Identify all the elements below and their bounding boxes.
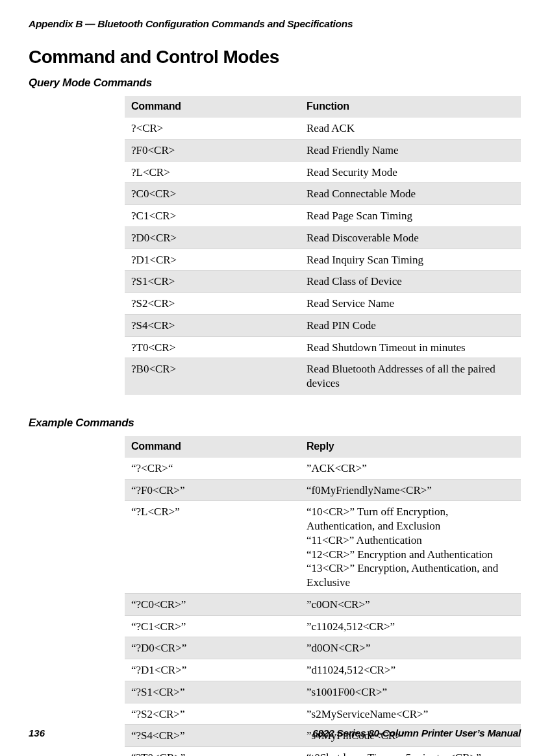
cell-function: Read Shutdown Timeout in minutes [300, 336, 521, 358]
table-row: ?T0<CR>Read Shutdown Timeout in minutes [125, 336, 521, 358]
cell-function: Read Connectable Mode [300, 183, 521, 205]
example-th-command: Command [125, 436, 300, 457]
cell-reply: ”ACK<CR>” [300, 457, 521, 479]
table-row: ?C0<CR>Read Connectable Mode [125, 183, 521, 205]
cell-command: “?F0<CR>” [125, 479, 300, 501]
cell-reply: ”d11024,512<CR>” [300, 659, 521, 681]
cell-reply: ”d0ON<CR>” [300, 637, 521, 659]
cell-command: “?C1<CR>” [125, 615, 300, 637]
table-row: “?D1<CR>””d11024,512<CR>” [125, 659, 521, 681]
table-row: ?S1<CR>Read Class of Device [125, 271, 521, 293]
table-row: ?D0<CR>Read Discoverable Mode [125, 226, 521, 249]
cell-command: ?D0<CR> [125, 226, 300, 249]
table-row: “?T0<CR>”“t0Shutdown Timer = 5 minutes<C… [125, 747, 521, 757]
table-row: ?F0<CR>Read Friendly Name [125, 139, 521, 161]
table-row: ?D1<CR>Read Inquiry Scan Timing [125, 249, 521, 271]
table-row: ?S4<CR>Read PIN Code [125, 314, 521, 336]
query-table: Command Function ?<CR>Read ACK ?F0<CR>Re… [125, 96, 521, 395]
cell-function: Read Bluetooth Addresses of all the pair… [300, 358, 521, 395]
cell-reply: ”c0ON<CR>” [300, 593, 521, 615]
cell-command: “?T0<CR>” [125, 747, 300, 757]
table-row: “?S1<CR>””s1001F00<CR>” [125, 681, 521, 703]
cell-function: Read ACK [300, 117, 521, 140]
cell-function: Read Friendly Name [300, 139, 521, 161]
table-row: “?D0<CR>””d0ON<CR>” [125, 637, 521, 659]
cell-reply: “10<CR>” Turn off Encryption, Authentica… [300, 501, 521, 594]
section-title: Command and Control Modes [29, 47, 521, 67]
cell-function: Read Page Scan Timing [300, 205, 521, 227]
table-row: ?L<CR>Read Security Mode [125, 161, 521, 183]
table-row: ?B0<CR>Read Bluetooth Addresses of all t… [125, 358, 521, 395]
table-row: ?S2<CR>Read Service Name [125, 293, 521, 315]
cell-reply: “f0MyFriendlyName<CR>” [300, 479, 521, 501]
cell-function: Read Inquiry Scan Timing [300, 249, 521, 271]
cell-command: ?F0<CR> [125, 139, 300, 161]
cell-command: “?S1<CR>” [125, 681, 300, 703]
cell-command: ?S2<CR> [125, 293, 300, 315]
cell-function: Read Service Name [300, 293, 521, 315]
cell-command: “?<CR>“ [125, 457, 300, 479]
cell-command: ?S4<CR> [125, 314, 300, 336]
table-row: ?<CR>Read ACK [125, 117, 521, 140]
cell-command: ?<CR> [125, 117, 300, 140]
cell-reply: ”s1001F00<CR>” [300, 681, 521, 703]
cell-command: “?C0<CR>” [125, 593, 300, 615]
cell-reply: ”c11024,512<CR>” [300, 615, 521, 637]
table-row: “?S2<CR>””s2MyServiceName<CR>” [125, 703, 521, 725]
query-th-command: Command [125, 96, 300, 117]
table-row: “?<CR>“”ACK<CR>” [125, 457, 521, 479]
cell-command: “?L<CR>” [125, 501, 300, 594]
query-th-function: Function [300, 96, 521, 117]
table-row: “?C1<CR>””c11024,512<CR>” [125, 615, 521, 637]
example-th-reply: Reply [300, 436, 521, 457]
cell-command: ?S1<CR> [125, 271, 300, 293]
cell-command: ?T0<CR> [125, 336, 300, 358]
cell-function: Read Security Mode [300, 161, 521, 183]
example-table: Command Reply “?<CR>“”ACK<CR>” “?F0<CR>”… [125, 436, 521, 756]
cell-reply: ”s2MyServiceName<CR>” [300, 703, 521, 725]
cell-command: ?C0<CR> [125, 183, 300, 205]
cell-command: ?B0<CR> [125, 358, 300, 395]
document-title: 6822 Series 80-Column Printer User’s Man… [312, 727, 521, 739]
cell-command: “?D0<CR>” [125, 637, 300, 659]
page-header: Appendix B — Bluetooth Configuration Com… [29, 18, 521, 30]
cell-command: “?D1<CR>” [125, 659, 300, 681]
cell-reply: “t0Shutdown Timer = 5 minutes<CR>” [300, 747, 521, 757]
table-row: “?C0<CR>””c0ON<CR>” [125, 593, 521, 615]
cell-command: “?S2<CR>” [125, 703, 300, 725]
cell-command: ?C1<CR> [125, 205, 300, 227]
query-heading: Query Mode Commands [29, 77, 521, 90]
cell-command: ?L<CR> [125, 161, 300, 183]
example-heading: Example Commands [29, 417, 521, 430]
cell-function: Read PIN Code [300, 314, 521, 336]
cell-function: Read Class of Device [300, 271, 521, 293]
cell-function: Read Discoverable Mode [300, 226, 521, 249]
table-row: “?F0<CR>”“f0MyFriendlyName<CR>” [125, 479, 521, 501]
table-row: “?L<CR>”“10<CR>” Turn off Encryption, Au… [125, 501, 521, 594]
cell-command: ?D1<CR> [125, 249, 300, 271]
page-footer: 136 6822 Series 80-Column Printer User’s… [29, 727, 521, 739]
table-row: ?C1<CR>Read Page Scan Timing [125, 205, 521, 227]
page-number: 136 [29, 727, 45, 738]
